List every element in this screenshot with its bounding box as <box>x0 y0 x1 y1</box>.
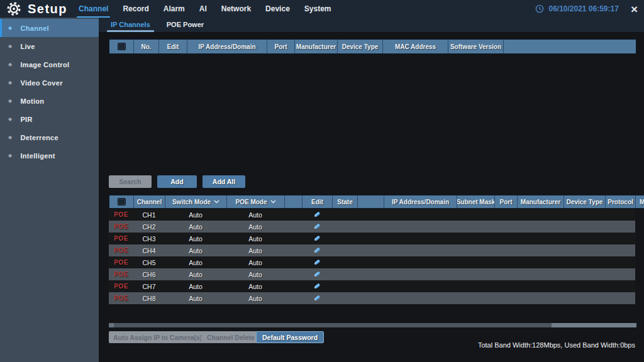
tab-poe-power[interactable]: POE Power <box>167 18 204 33</box>
table-row-ch8[interactable]: POE CH8 Auto Auto <box>109 292 635 304</box>
sidebar-item-label: Motion <box>20 97 44 105</box>
scrollbar-thumb[interactable] <box>552 323 636 327</box>
sidebar-item-live[interactable]: ◆ Live <box>0 37 99 55</box>
table-row-ch6[interactable]: POE CH6 Auto Auto <box>109 268 635 280</box>
table-row-ch5[interactable]: POE CH5 Auto Auto <box>109 256 635 268</box>
col-poe-mode-dropdown[interactable]: POE Mode <box>227 195 285 208</box>
setup-window: Setup Channel Record Alarm AI Network De… <box>0 0 644 362</box>
channel-label: CH1 <box>133 211 165 219</box>
scrollbar-track[interactable] <box>114 323 552 327</box>
menu-item-alarm[interactable]: Alarm <box>164 4 185 13</box>
col-edit: Edit <box>159 40 187 53</box>
sidebar-item-deterrence[interactable]: ◆ Deterrence <box>0 128 99 146</box>
topbar: Setup Channel Record Alarm AI Network De… <box>0 0 644 18</box>
scrollbar-cap <box>109 323 114 327</box>
table-row-ch3[interactable]: POE CH3 Auto Auto <box>109 233 635 244</box>
sidebar-item-motion[interactable]: ◆ Motion <box>0 92 99 110</box>
poe-mode-value: Auto <box>226 247 284 255</box>
main-menu: Channel Record Alarm AI Network Device S… <box>79 4 331 13</box>
channel-delete-button[interactable]: Channel Delete <box>201 331 260 343</box>
channel-table-header: Channel Switch Mode POE Mode Edit State … <box>109 195 644 209</box>
switch-mode-value: Auto <box>165 283 226 290</box>
col-port: Port <box>267 40 295 53</box>
auto-assign-ip-button[interactable]: Auto Assign IP to Camera(s) <box>109 331 206 343</box>
sidebar-item-video-cover[interactable]: ◆ Video Cover <box>0 74 99 92</box>
table-row-ch7[interactable]: POE CH7 Auto Auto <box>109 280 635 292</box>
sidebar-item-label: Channel <box>20 25 49 32</box>
page-title: Setup <box>28 2 67 16</box>
add-button[interactable]: Add <box>157 175 197 188</box>
content-area: No. Edit IP Address/Domain Port Manufact… <box>99 33 644 362</box>
search-button[interactable]: Search <box>109 175 152 188</box>
table-row-ch4[interactable]: POE CH4 Auto Auto <box>109 244 635 256</box>
col-empty-1 <box>285 195 303 208</box>
sidebar-item-image-control[interactable]: ◆ Image Control <box>0 55 99 74</box>
edit-button[interactable] <box>302 234 332 243</box>
pencil-icon <box>313 222 321 231</box>
default-password-button[interactable]: Default Password <box>256 331 324 343</box>
menu-item-system[interactable]: System <box>304 4 331 13</box>
select-all-checkbox[interactable] <box>118 198 126 206</box>
poe-mode-value: Auto <box>226 223 284 231</box>
table-row-ch2[interactable]: POE CH2 Auto Auto <box>109 221 635 233</box>
sidebar-item-label: Intelligent <box>20 152 55 160</box>
pencil-icon <box>313 246 321 255</box>
edit-button[interactable] <box>302 246 332 255</box>
col-subnet-mask: Subnet Mask <box>457 195 495 208</box>
gear-logo-icon <box>5 1 23 17</box>
poe-badge: POE <box>109 235 133 242</box>
sidebar-item-channel[interactable]: ◆ Channel <box>0 19 99 37</box>
pencil-icon <box>313 282 321 290</box>
col-state: State <box>333 195 358 208</box>
diamond-icon: ◆ <box>8 26 12 31</box>
poe-badge: POE <box>109 223 133 230</box>
pencil-icon <box>313 211 321 219</box>
sidebar-item-label: PIR <box>20 116 32 123</box>
sidebar-item-label: Image Control <box>20 61 69 69</box>
sidebar-item-intelligent[interactable]: ◆ Intelligent <box>0 146 99 165</box>
close-icon[interactable]: × <box>631 3 638 15</box>
sidebar-item-label: Live <box>20 43 35 50</box>
sidebar-item-label: Video Cover <box>20 79 62 87</box>
switch-mode-value: Auto <box>165 259 226 266</box>
edit-button[interactable] <box>302 211 332 219</box>
col-channel: Channel <box>134 195 165 208</box>
col-no: No. <box>134 40 159 53</box>
edit-button[interactable] <box>302 294 332 302</box>
menu-item-ai[interactable]: AI <box>199 4 207 13</box>
edit-button[interactable] <box>302 270 332 278</box>
menu-item-network[interactable]: Network <box>221 4 251 13</box>
sidebar-item-pir[interactable]: ◆ PIR <box>0 110 99 128</box>
col-switch-mode-dropdown[interactable]: Switch Mode <box>165 195 227 208</box>
tab-ip-channels[interactable]: IP Channels <box>111 18 150 33</box>
edit-button[interactable] <box>302 222 332 231</box>
poe-mode-value: Auto <box>226 211 284 219</box>
tab-strip: IP Channels POE Power <box>99 18 644 33</box>
col-spacer <box>504 40 636 53</box>
horizontal-scrollbar[interactable] <box>109 323 636 327</box>
pencil-icon <box>313 270 321 278</box>
channel-label: CH6 <box>133 271 165 278</box>
datetime-display: 06/10/2021 06:59:17 <box>548 4 618 13</box>
channel-label: CH2 <box>133 223 165 231</box>
channel-label: CH7 <box>133 283 165 290</box>
poe-badge: POE <box>109 211 133 218</box>
diamond-icon: ◆ <box>8 135 12 140</box>
col-protocol: Protocol <box>606 195 636 208</box>
discovered-devices-header: No. Edit IP Address/Domain Port Manufact… <box>109 39 636 54</box>
edit-button[interactable] <box>302 258 332 266</box>
table-row-ch1[interactable]: POE CH1 Auto Auto <box>109 209 635 221</box>
menu-item-channel[interactable]: Channel <box>79 4 108 13</box>
poe-badge: POE <box>109 283 133 290</box>
edit-button[interactable] <box>302 282 332 290</box>
select-all-checkbox[interactable] <box>118 43 126 50</box>
poe-mode-value: Auto <box>226 283 284 290</box>
poe-badge: POE <box>109 259 133 266</box>
add-all-button[interactable]: Add All <box>203 175 245 188</box>
diamond-icon: ◆ <box>8 62 12 67</box>
col-empty-2 <box>358 195 384 208</box>
bandwidth-status: Total Band Width:128Mbps, Used Band Widt… <box>478 341 635 349</box>
poe-mode-value: Auto <box>226 295 284 302</box>
menu-item-record[interactable]: Record <box>123 4 148 13</box>
menu-item-device[interactable]: Device <box>265 4 290 13</box>
